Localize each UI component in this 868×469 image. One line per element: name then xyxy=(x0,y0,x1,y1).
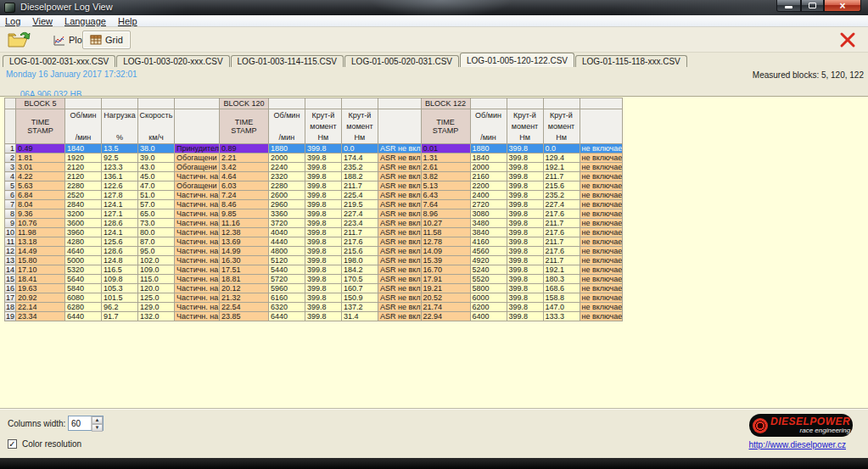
cell[interactable]: 95.0 xyxy=(138,247,175,256)
cell[interactable]: 45.0 xyxy=(138,172,175,181)
cell[interactable]: 2320 xyxy=(268,172,305,181)
cell[interactable]: 0.0 xyxy=(543,144,580,154)
column-header[interactable]: Крут-ймоментНм xyxy=(543,109,580,144)
cell[interactable]: 399.8 xyxy=(507,303,543,312)
column-header[interactable] xyxy=(175,109,220,144)
column-header[interactable]: Об/мин/мин xyxy=(65,109,102,144)
cell[interactable]: не включае xyxy=(580,293,623,303)
cell[interactable]: 21.74 xyxy=(421,303,470,312)
cell[interactable]: 8.46 xyxy=(219,200,268,209)
cell[interactable]: не включае xyxy=(580,209,623,219)
cell[interactable]: 158.8 xyxy=(543,293,580,303)
cell[interactable]: 399.8 xyxy=(507,293,543,303)
cell[interactable]: 198.0 xyxy=(341,256,378,265)
cell[interactable]: не включае xyxy=(580,163,623,172)
dieselpower-link[interactable]: http://www.dieselpower.cz xyxy=(749,440,847,449)
cell[interactable]: 399.8 xyxy=(305,228,341,237)
cell[interactable]: 4040 xyxy=(268,228,305,237)
cell[interactable]: 2.21 xyxy=(219,154,268,163)
cell[interactable]: 217.6 xyxy=(543,247,580,256)
tab[interactable]: LOG-01-003-020-xxx.CSV xyxy=(116,55,229,67)
row-number[interactable]: 9 xyxy=(5,219,16,228)
cell[interactable]: 399.8 xyxy=(305,191,341,200)
cell[interactable]: Частичн. на xyxy=(175,265,220,275)
cell[interactable]: 399.8 xyxy=(305,181,341,191)
table-row[interactable]: 1720.926080101.5125.0Частичн. на21.32616… xyxy=(5,293,623,303)
cell[interactable]: 21.32 xyxy=(219,293,268,303)
cell[interactable]: ASR не вкл xyxy=(378,154,421,163)
cell[interactable]: 3480 xyxy=(470,219,507,228)
cell[interactable]: 180.3 xyxy=(543,275,580,284)
table-row[interactable]: 1518.415640109.8115.0Частичн. на18.81572… xyxy=(5,275,623,284)
row-number[interactable]: 4 xyxy=(5,172,16,181)
cell[interactable]: 116.5 xyxy=(102,265,138,275)
cell[interactable]: 2.61 xyxy=(421,163,470,172)
cell[interactable]: 19.63 xyxy=(16,284,65,293)
cell[interactable]: 7.24 xyxy=(219,191,268,200)
cell[interactable]: ASR не вкл xyxy=(378,312,421,321)
cell[interactable]: 211.7 xyxy=(341,181,378,191)
cell[interactable]: 11.98 xyxy=(16,228,65,237)
cell[interactable]: 399.8 xyxy=(507,256,543,265)
cell[interactable]: 6400 xyxy=(470,312,507,321)
cell[interactable]: 399.8 xyxy=(507,209,543,219)
cell[interactable]: 127.8 xyxy=(102,191,138,200)
cell[interactable]: Частичн. на xyxy=(175,247,220,256)
cell[interactable]: 0.0 xyxy=(341,144,378,154)
cell[interactable]: 4160 xyxy=(470,237,507,247)
cell[interactable]: 227.4 xyxy=(341,209,378,219)
cell[interactable]: ASR не вкл xyxy=(378,237,421,247)
table-row[interactable]: 10.49184013.538.0Принудител0.891880399.8… xyxy=(5,144,623,154)
cell[interactable]: 11.58 xyxy=(421,228,470,237)
cell[interactable]: 14.49 xyxy=(16,247,65,256)
cell[interactable]: 6320 xyxy=(268,303,305,312)
cell[interactable]: 217.6 xyxy=(543,228,580,237)
cell[interactable]: 123.3 xyxy=(102,163,138,172)
cell[interactable]: 219.5 xyxy=(341,200,378,209)
column-header[interactable]: TIMESTAMP xyxy=(219,109,268,144)
cell[interactable]: ASR не вкл xyxy=(378,228,421,237)
cell[interactable]: 5840 xyxy=(65,284,102,293)
cell[interactable]: 147.0 xyxy=(543,303,580,312)
cell[interactable]: 105.3 xyxy=(102,284,138,293)
cell[interactable]: 8.04 xyxy=(16,200,65,209)
cell[interactable]: 51.0 xyxy=(138,191,175,200)
cell[interactable]: не включае xyxy=(580,265,623,275)
cell[interactable]: 399.8 xyxy=(305,144,341,154)
cell[interactable]: 6.84 xyxy=(16,191,65,200)
cell[interactable]: 399.8 xyxy=(507,228,543,237)
cell[interactable]: 3840 xyxy=(470,228,507,237)
column-header[interactable]: Об/мин/мин xyxy=(470,109,507,144)
cell[interactable]: 399.8 xyxy=(305,209,341,219)
cell[interactable]: Обогащени xyxy=(175,163,220,172)
cell[interactable]: 3200 xyxy=(65,209,102,219)
cell[interactable]: 2000 xyxy=(470,163,507,172)
cell[interactable]: 211.7 xyxy=(543,256,580,265)
cell[interactable]: 133.3 xyxy=(543,312,580,321)
cell[interactable]: 2200 xyxy=(470,181,507,191)
cell[interactable]: 2960 xyxy=(268,200,305,209)
cell[interactable]: 399.8 xyxy=(305,247,341,256)
cell[interactable]: Частичн. на xyxy=(175,209,220,219)
cell[interactable]: 4640 xyxy=(65,247,102,256)
cell[interactable]: не включае xyxy=(580,228,623,237)
menu-language[interactable]: Language xyxy=(64,16,106,26)
cell[interactable]: 12.78 xyxy=(421,237,470,247)
cell[interactable]: не включае xyxy=(580,237,623,247)
cell[interactable]: 0.01 xyxy=(421,144,470,154)
cell[interactable]: 399.8 xyxy=(305,284,341,293)
cell[interactable]: 3.42 xyxy=(219,163,268,172)
cell[interactable]: 19.21 xyxy=(421,284,470,293)
cell[interactable]: 73.0 xyxy=(138,219,175,228)
cell[interactable]: 399.8 xyxy=(507,265,543,275)
columns-width-spinner[interactable]: 60 ▲ ▼ xyxy=(68,416,104,431)
cell[interactable]: 235.2 xyxy=(341,163,378,172)
table-row[interactable]: 1822.14628096.2129.0Частичн. на22.546320… xyxy=(5,303,623,312)
cell[interactable]: не включае xyxy=(580,275,623,284)
spinner-up-icon[interactable]: ▲ xyxy=(92,416,103,424)
cell[interactable]: 91.7 xyxy=(102,312,138,321)
cell[interactable]: 399.8 xyxy=(305,275,341,284)
cell[interactable]: 128.6 xyxy=(102,247,138,256)
cell[interactable]: ASR не вкл xyxy=(378,172,421,181)
cell[interactable]: 5.13 xyxy=(421,181,470,191)
